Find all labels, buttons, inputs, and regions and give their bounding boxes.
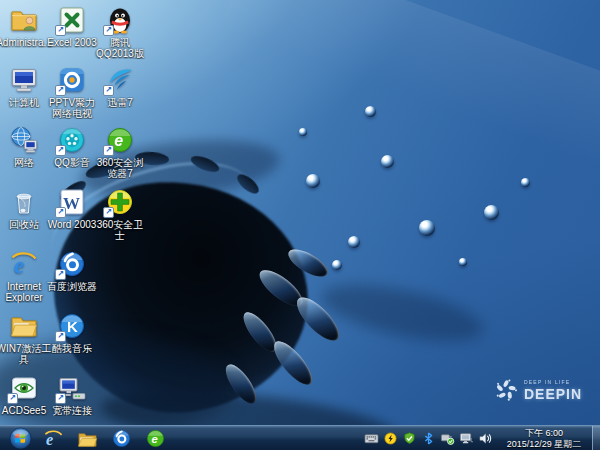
taskbar-clock[interactable]: 下午 6:00 2015/12/29 星期二	[498, 427, 592, 449]
shortcut-arrow-icon: ↗	[55, 85, 66, 96]
desktop-icon-label: 腾讯QQ2013版	[92, 37, 148, 59]
shortcut-arrow-icon: ↗	[55, 393, 66, 404]
desktop-icon-recycle-bin[interactable]: 回收站	[1, 187, 47, 230]
desktop-icon-tencent-qq[interactable]: ↗腾讯QQ2013版	[97, 5, 143, 59]
internet-explorer-icon: e	[43, 428, 64, 449]
pptv-icon: ↗	[57, 65, 87, 95]
desktop-icon-excel-2003[interactable]: ↗Excel 2003	[49, 5, 95, 48]
qq-player-icon: ↗	[57, 125, 87, 155]
kuwo-music-icon: K↗	[57, 311, 87, 341]
recycle-bin-icon	[9, 187, 39, 217]
shortcut-arrow-icon: ↗	[55, 25, 66, 36]
shortcut-arrow-icon: ↗	[55, 331, 66, 342]
taskbar-pinned-windows-explorer[interactable]	[70, 426, 104, 450]
network-monitor-icon	[459, 432, 474, 445]
shortcut-arrow-icon: ↗	[103, 85, 114, 96]
acdsee-eye-icon: ↗	[9, 373, 39, 403]
desktop-icon-qq-player[interactable]: ↗QQ影音	[49, 125, 95, 168]
desktop-icon-broadband-connection[interactable]: ↗宽带连接	[49, 373, 95, 416]
desktop-icons: Administra...↗Excel 2003↗腾讯QQ2013版计算机↗PP…	[0, 0, 600, 425]
speaker-icon	[478, 432, 493, 445]
taskbar-pinned-360-secure-browser[interactable]: e	[138, 426, 172, 450]
green-shield-icon	[402, 432, 417, 445]
shortcut-arrow-icon: ↗	[103, 207, 114, 218]
tray-safely-remove-hardware[interactable]	[439, 431, 455, 445]
desktop-icon-win7-activator[interactable]: WIN7激活工具	[1, 311, 47, 365]
xunlei-bird-icon: ↗	[105, 65, 135, 95]
desktop-icon-360-secure-browser[interactable]: e↗360安全浏览器7	[97, 125, 143, 179]
start-button[interactable]	[4, 426, 36, 450]
desktop-icon-acdsee-5[interactable]: ↗ACDSee5	[1, 373, 47, 416]
user-folder-icon	[9, 5, 39, 35]
svg-text:K: K	[67, 318, 78, 335]
desktop-icon-360-safe-guard[interactable]: ↗360安全卫士	[97, 187, 143, 241]
desktop-icon-administrator-folder[interactable]: Administra...	[1, 5, 47, 48]
desktop-icon-label: 百度浏览器	[44, 281, 100, 292]
desktop-icon-internet-explorer[interactable]: eInternet Explorer	[1, 249, 47, 303]
internet-explorer-icon: e	[9, 249, 39, 279]
folder-explorer-icon	[77, 428, 98, 449]
computer-monitor-icon	[9, 65, 39, 95]
shortcut-arrow-icon: ↗	[7, 393, 18, 404]
taskbar-pinned-items: ee	[36, 426, 172, 450]
bluetooth-icon	[421, 432, 436, 445]
baidu-browser-icon	[111, 428, 132, 449]
desktop-icon-baidu-browser[interactable]: ↗百度浏览器	[49, 249, 95, 292]
tray-input-method[interactable]	[363, 431, 379, 445]
svg-text:e: e	[151, 432, 157, 444]
tray-security-center[interactable]	[401, 431, 417, 445]
tray-bluetooth[interactable]	[420, 431, 436, 445]
system-tray	[363, 431, 493, 445]
excel-icon: ↗	[57, 5, 87, 35]
shortcut-arrow-icon: ↗	[103, 25, 114, 36]
svg-text:e: e	[114, 132, 123, 149]
desktop-icon-label: 360安全浏览器7	[92, 157, 148, 179]
network-globe-icon	[9, 125, 39, 155]
baidu-browser-icon: ↗	[57, 249, 87, 279]
shortcut-arrow-icon: ↗	[103, 145, 114, 156]
360-browser-icon: e↗	[105, 125, 135, 155]
desktop-icon-label: 360安全卫士	[92, 219, 148, 241]
word-icon: W↗	[57, 187, 87, 217]
tray-power-alert[interactable]	[382, 431, 398, 445]
broadband-icon: ↗	[57, 373, 87, 403]
clock-time: 下午 6:00	[498, 428, 590, 439]
desktop-icon-label: 宽带连接	[44, 405, 100, 416]
taskbar-pinned-baidu-browser[interactable]	[104, 426, 138, 450]
desktop-icon-network[interactable]: 网络	[1, 125, 47, 168]
show-desktop-button[interactable]	[592, 426, 600, 450]
desktop-icon-computer[interactable]: 计算机	[1, 65, 47, 108]
qq-penguin-icon: ↗	[105, 5, 135, 35]
desktop: DEEP IN LIFE DEEPIN Administra...↗Excel …	[0, 0, 600, 450]
360-browser-icon: e	[145, 428, 166, 449]
tray-network-status[interactable]	[458, 431, 474, 445]
taskbar: ee 下午 6:00 2015/12/29 星期二	[0, 425, 600, 450]
360-safe-icon: ↗	[105, 187, 135, 217]
windows-start-orb-icon	[9, 427, 32, 450]
desktop-icon-label: 迅雷7	[92, 97, 148, 108]
taskbar-pinned-internet-explorer[interactable]: e	[36, 426, 70, 450]
keyboard-icon	[364, 432, 379, 445]
folder-icon	[9, 311, 39, 341]
shortcut-arrow-icon: ↗	[55, 145, 66, 156]
shortcut-arrow-icon: ↗	[55, 269, 66, 280]
usb-eject-icon	[440, 432, 455, 445]
shortcut-arrow-icon: ↗	[55, 207, 66, 218]
desktop-icon-label: 酷我音乐	[44, 343, 100, 354]
desktop-icon-xunlei-7[interactable]: ↗迅雷7	[97, 65, 143, 108]
desktop-icon-word-2003[interactable]: W↗Word 2003	[49, 187, 95, 230]
clock-date: 2015/12/29 星期二	[498, 439, 590, 450]
desktop-icon-pptv[interactable]: ↗PPTV聚力 网络电视	[49, 65, 95, 119]
desktop-icon-kuwo-music[interactable]: K↗酷我音乐	[49, 311, 95, 354]
tray-volume[interactable]	[477, 431, 493, 445]
lightning-badge-icon	[383, 432, 398, 445]
